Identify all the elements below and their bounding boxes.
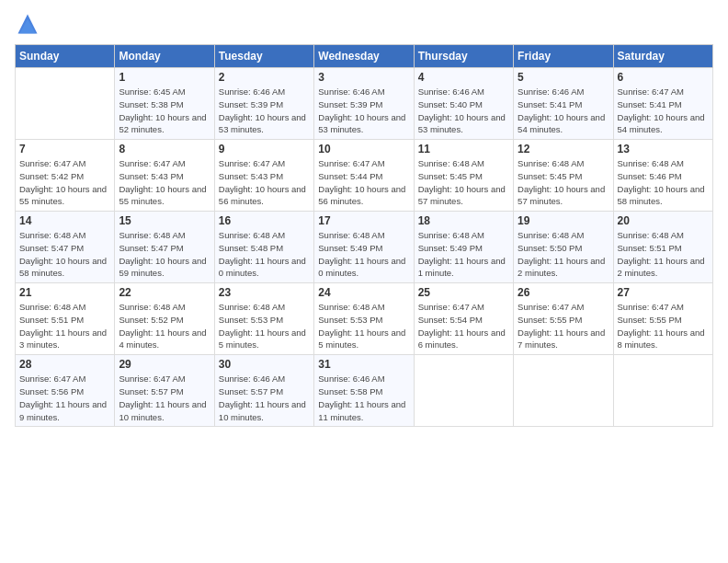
day-number: 5	[518, 71, 609, 84]
day-detail: Sunrise: 6:47 AMSunset: 5:44 PMDaylight:…	[318, 157, 409, 208]
day-number: 15	[119, 214, 210, 227]
day-number: 8	[119, 143, 210, 155]
day-number: 20	[618, 214, 709, 227]
day-number: 28	[19, 358, 110, 371]
calendar-cell: 16Sunrise: 6:48 AMSunset: 5:48 PMDayligh…	[214, 212, 313, 283]
day-detail: Sunrise: 6:48 AMSunset: 5:47 PMDaylight:…	[19, 229, 110, 280]
calendar-cell: 5Sunrise: 6:46 AMSunset: 5:41 PMDaylight…	[514, 68, 613, 140]
calendar-cell: 9Sunrise: 6:47 AMSunset: 5:43 PMDaylight…	[214, 140, 313, 212]
logo-icon	[15, 11, 40, 37]
day-detail: Sunrise: 6:48 AMSunset: 5:46 PMDaylight:…	[618, 157, 709, 208]
day-number: 31	[318, 358, 409, 371]
day-number: 1	[119, 71, 210, 84]
day-detail: Sunrise: 6:46 AMSunset: 5:58 PMDaylight:…	[318, 373, 409, 423]
header	[15, 11, 713, 37]
calendar-week-3: 14Sunrise: 6:48 AMSunset: 5:47 PMDayligh…	[16, 212, 713, 283]
calendar-cell: 31Sunrise: 6:46 AMSunset: 5:58 PMDayligh…	[314, 355, 414, 427]
weekday-header-monday: Monday	[115, 45, 214, 68]
day-number: 7	[19, 143, 110, 155]
day-detail: Sunrise: 6:47 AMSunset: 5:54 PMDaylight:…	[418, 301, 509, 351]
weekday-header-wednesday: Wednesday	[314, 45, 414, 68]
day-number: 19	[518, 214, 609, 227]
calendar-cell: 15Sunrise: 6:48 AMSunset: 5:47 PMDayligh…	[115, 212, 214, 283]
calendar-cell: 19Sunrise: 6:48 AMSunset: 5:50 PMDayligh…	[514, 212, 613, 283]
day-number: 26	[518, 286, 609, 299]
calendar-cell: 11Sunrise: 6:48 AMSunset: 5:45 PMDayligh…	[414, 140, 513, 212]
calendar-cell: 24Sunrise: 6:48 AMSunset: 5:53 PMDayligh…	[314, 283, 414, 355]
day-detail: Sunrise: 6:47 AMSunset: 5:55 PMDaylight:…	[518, 301, 609, 351]
calendar-cell: 30Sunrise: 6:46 AMSunset: 5:57 PMDayligh…	[214, 355, 313, 427]
day-detail: Sunrise: 6:48 AMSunset: 5:45 PMDaylight:…	[518, 157, 609, 208]
day-detail: Sunrise: 6:46 AMSunset: 5:39 PMDaylight:…	[219, 86, 310, 136]
calendar-cell: 28Sunrise: 6:47 AMSunset: 5:56 PMDayligh…	[16, 355, 115, 427]
day-number: 17	[318, 214, 409, 227]
day-detail: Sunrise: 6:47 AMSunset: 5:56 PMDaylight:…	[19, 373, 110, 423]
weekday-header-sunday: Sunday	[16, 45, 115, 68]
calendar-cell: 22Sunrise: 6:48 AMSunset: 5:52 PMDayligh…	[115, 283, 214, 355]
calendar-cell	[613, 355, 712, 427]
day-detail: Sunrise: 6:48 AMSunset: 5:45 PMDaylight:…	[418, 157, 509, 208]
day-detail: Sunrise: 6:48 AMSunset: 5:52 PMDaylight:…	[119, 301, 210, 351]
calendar-week-2: 7Sunrise: 6:47 AMSunset: 5:42 PMDaylight…	[16, 140, 713, 212]
calendar-cell: 7Sunrise: 6:47 AMSunset: 5:42 PMDaylight…	[16, 140, 115, 212]
day-number: 4	[418, 71, 509, 84]
day-number: 29	[119, 358, 210, 371]
calendar-cell: 1Sunrise: 6:45 AMSunset: 5:38 PMDaylight…	[115, 68, 214, 140]
day-number: 21	[19, 286, 110, 299]
day-number: 27	[618, 286, 709, 299]
day-number: 12	[518, 143, 609, 155]
day-number: 23	[219, 286, 310, 299]
day-number: 16	[219, 214, 310, 227]
weekday-header-tuesday: Tuesday	[214, 45, 313, 68]
day-number: 3	[318, 71, 409, 84]
day-detail: Sunrise: 6:48 AMSunset: 5:47 PMDaylight:…	[119, 229, 210, 280]
calendar-cell: 6Sunrise: 6:47 AMSunset: 5:41 PMDaylight…	[613, 68, 712, 140]
day-detail: Sunrise: 6:47 AMSunset: 5:42 PMDaylight:…	[19, 157, 110, 208]
calendar-cell: 18Sunrise: 6:48 AMSunset: 5:49 PMDayligh…	[414, 212, 513, 283]
day-detail: Sunrise: 6:46 AMSunset: 5:57 PMDaylight:…	[219, 373, 310, 423]
logo	[15, 11, 44, 37]
day-number: 10	[318, 143, 409, 155]
day-number: 11	[418, 143, 509, 155]
day-detail: Sunrise: 6:46 AMSunset: 5:41 PMDaylight:…	[518, 86, 609, 136]
day-number: 18	[418, 214, 509, 227]
calendar-cell: 14Sunrise: 6:48 AMSunset: 5:47 PMDayligh…	[16, 212, 115, 283]
day-detail: Sunrise: 6:48 AMSunset: 5:49 PMDaylight:…	[318, 229, 409, 280]
day-detail: Sunrise: 6:46 AMSunset: 5:40 PMDaylight:…	[418, 86, 509, 136]
calendar-cell: 2Sunrise: 6:46 AMSunset: 5:39 PMDaylight…	[214, 68, 313, 140]
day-detail: Sunrise: 6:47 AMSunset: 5:55 PMDaylight:…	[618, 301, 709, 351]
calendar-cell	[514, 355, 613, 427]
weekday-header-friday: Friday	[514, 45, 613, 68]
day-number: 2	[219, 71, 310, 84]
calendar-cell: 20Sunrise: 6:48 AMSunset: 5:51 PMDayligh…	[613, 212, 712, 283]
calendar-week-4: 21Sunrise: 6:48 AMSunset: 5:51 PMDayligh…	[16, 283, 713, 355]
calendar-cell: 12Sunrise: 6:48 AMSunset: 5:45 PMDayligh…	[514, 140, 613, 212]
day-number: 30	[219, 358, 310, 371]
day-number: 22	[119, 286, 210, 299]
day-detail: Sunrise: 6:48 AMSunset: 5:49 PMDaylight:…	[418, 229, 509, 280]
day-detail: Sunrise: 6:47 AMSunset: 5:57 PMDaylight:…	[119, 373, 210, 423]
weekday-header-row: SundayMondayTuesdayWednesdayThursdayFrid…	[16, 45, 713, 68]
calendar-cell: 26Sunrise: 6:47 AMSunset: 5:55 PMDayligh…	[514, 283, 613, 355]
page-container: SundayMondayTuesdayWednesdayThursdayFrid…	[0, 0, 728, 436]
day-number: 6	[618, 71, 709, 84]
calendar-cell: 8Sunrise: 6:47 AMSunset: 5:43 PMDaylight…	[115, 140, 214, 212]
calendar-cell: 27Sunrise: 6:47 AMSunset: 5:55 PMDayligh…	[613, 283, 712, 355]
day-detail: Sunrise: 6:45 AMSunset: 5:38 PMDaylight:…	[119, 86, 210, 136]
day-number: 14	[19, 214, 110, 227]
day-number: 25	[418, 286, 509, 299]
day-detail: Sunrise: 6:48 AMSunset: 5:53 PMDaylight:…	[318, 301, 409, 351]
calendar-cell: 13Sunrise: 6:48 AMSunset: 5:46 PMDayligh…	[613, 140, 712, 212]
day-detail: Sunrise: 6:46 AMSunset: 5:39 PMDaylight:…	[318, 86, 409, 136]
calendar-cell: 23Sunrise: 6:48 AMSunset: 5:53 PMDayligh…	[214, 283, 313, 355]
day-detail: Sunrise: 6:48 AMSunset: 5:50 PMDaylight:…	[518, 229, 609, 280]
day-number: 24	[318, 286, 409, 299]
weekday-header-thursday: Thursday	[414, 45, 513, 68]
calendar-cell: 4Sunrise: 6:46 AMSunset: 5:40 PMDaylight…	[414, 68, 513, 140]
day-number: 9	[219, 143, 310, 155]
day-detail: Sunrise: 6:48 AMSunset: 5:51 PMDaylight:…	[19, 301, 110, 351]
calendar-cell: 25Sunrise: 6:47 AMSunset: 5:54 PMDayligh…	[414, 283, 513, 355]
day-detail: Sunrise: 6:48 AMSunset: 5:53 PMDaylight:…	[219, 301, 310, 351]
day-detail: Sunrise: 6:47 AMSunset: 5:43 PMDaylight:…	[219, 157, 310, 208]
calendar-cell: 10Sunrise: 6:47 AMSunset: 5:44 PMDayligh…	[314, 140, 414, 212]
